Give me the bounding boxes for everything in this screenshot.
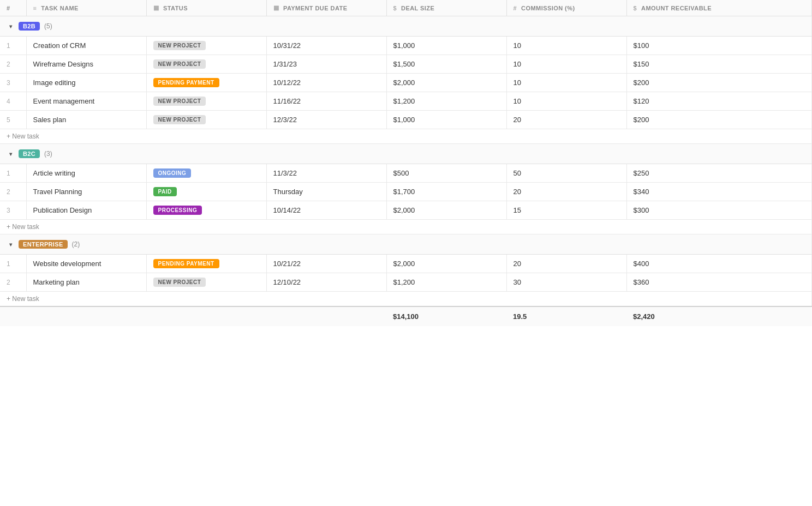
cell-deal: $1,500 — [386, 55, 506, 74]
cell-amount: $120 — [626, 92, 812, 111]
cell-num: 3 — [0, 201, 26, 220]
cell-date: 11/16/22 — [266, 92, 386, 111]
task-label: TASK NAME — [41, 5, 79, 11]
cell-commission: 10 — [506, 55, 626, 74]
cell-status: PAID — [146, 183, 266, 201]
new-task-b2b[interactable]: + New task — [0, 129, 812, 144]
col-header-task: ≡ TASK NAME — [26, 0, 146, 16]
footer-date — [266, 306, 386, 326]
col-header-date: ▦ PAYMENT DUE DATE — [266, 0, 386, 16]
cell-status: PENDING PAYMENT — [146, 255, 266, 273]
table-row: 4 Event management NEW PROJECT 11/16/22 … — [0, 92, 812, 111]
group-header-b2b[interactable]: ▾ B2B (5) — [0, 16, 812, 37]
cell-commission: 15 — [506, 201, 626, 220]
dollar-icon: $ — [393, 5, 397, 11]
cell-deal: $1,200 — [386, 92, 506, 111]
badge-enterprise: ENTERPRISE — [19, 240, 68, 249]
cell-deal: $1,000 — [386, 111, 506, 129]
cell-num: 2 — [0, 55, 26, 74]
cell-date: 10/14/22 — [266, 201, 386, 220]
group-count-enterprise: (2) — [72, 240, 80, 248]
col-header-commission: # COMMISSION (%) — [506, 0, 626, 16]
cell-status: NEW PROJECT — [146, 273, 266, 292]
cell-num: 5 — [0, 111, 26, 129]
cell-date: Thursday — [266, 183, 386, 201]
table-row: 5 Sales plan NEW PROJECT 12/3/22 $1,000 … — [0, 111, 812, 129]
commission-label: COMMISSION (%) — [521, 5, 575, 11]
cell-amount: $340 — [626, 183, 812, 201]
group-header-enterprise[interactable]: ▾ ENTERPRISE (2) — [0, 234, 812, 255]
cell-task-name: Wireframe Designs — [26, 55, 146, 74]
cell-date: 11/3/22 — [266, 164, 386, 183]
cell-deal: $1,000 — [386, 37, 506, 55]
table-row: 1 Creation of CRM NEW PROJECT 10/31/22 $… — [0, 37, 812, 55]
cell-date: 12/10/22 — [266, 273, 386, 292]
table-row: 2 Marketing plan NEW PROJECT 12/10/22 $1… — [0, 273, 812, 292]
cell-status: NEW PROJECT — [146, 55, 266, 74]
status-badge: PAID — [153, 187, 177, 196]
cell-num: 1 — [0, 255, 26, 273]
badge-b2c: B2C — [19, 149, 40, 158]
status-badge: NEW PROJECT — [153, 41, 206, 50]
table-footer: $14,100 19.5 $2,420 — [0, 306, 812, 326]
cell-commission: 20 — [506, 111, 626, 129]
hash-icon: # — [514, 5, 517, 11]
chevron-enterprise[interactable]: ▾ — [7, 240, 14, 248]
group-count-b2b: (5) — [44, 22, 52, 30]
amount-dollar-icon: $ — [634, 5, 637, 11]
task-icon: ≡ — [33, 5, 37, 11]
num-label: # — [7, 5, 10, 11]
cell-amount: $360 — [626, 273, 812, 292]
cell-num: 1 — [0, 164, 26, 183]
footer-commission-avg: 19.5 — [506, 306, 626, 326]
status-badge: PENDING PAYMENT — [153, 259, 219, 268]
col-header-amount: $ AMOUNT RECEIVABLE — [626, 0, 812, 16]
status-icon: ▦ — [153, 4, 159, 11]
amount-label: AMOUNT RECEIVABLE — [641, 5, 712, 11]
chevron-b2c[interactable]: ▾ — [7, 150, 14, 158]
cell-task-name: Creation of CRM — [26, 37, 146, 55]
cell-task-name: Event management — [26, 92, 146, 111]
calendar-icon: ▦ — [273, 4, 279, 11]
cell-amount: $200 — [626, 111, 812, 129]
cell-commission: 50 — [506, 164, 626, 183]
badge-b2b: B2B — [19, 22, 40, 31]
cell-date: 10/21/22 — [266, 255, 386, 273]
cell-commission: 10 — [506, 37, 626, 55]
table-row: 1 Website development PENDING PAYMENT 10… — [0, 255, 812, 273]
cell-task-name: Article writing — [26, 164, 146, 183]
cell-task-name: Marketing plan — [26, 273, 146, 292]
cell-commission: 20 — [506, 183, 626, 201]
cell-task-name: Sales plan — [26, 111, 146, 129]
cell-deal: $2,000 — [386, 74, 506, 92]
table-header: # ≡ TASK NAME ▦ STATUS — [0, 0, 812, 16]
cell-status: PENDING PAYMENT — [146, 74, 266, 92]
footer-status — [146, 306, 266, 326]
cell-date: 10/12/22 — [266, 74, 386, 92]
table-row: 3 Image editing PENDING PAYMENT 10/12/22… — [0, 74, 812, 92]
cell-amount: $100 — [626, 37, 812, 55]
group-header-b2c[interactable]: ▾ B2C (3) — [0, 144, 812, 164]
cell-commission: 20 — [506, 255, 626, 273]
cell-amount: $200 — [626, 74, 812, 92]
cell-num: 2 — [0, 183, 26, 201]
cell-amount: $300 — [626, 201, 812, 220]
cell-date: 10/31/22 — [266, 37, 386, 55]
status-label: STATUS — [163, 5, 188, 11]
table-row: 1 Article writing ONGOING 11/3/22 $500 5… — [0, 164, 812, 183]
new-task-b2c[interactable]: + New task — [0, 220, 812, 234]
footer-num — [0, 306, 26, 326]
cell-commission: 30 — [506, 273, 626, 292]
cell-task-name: Travel Planning — [26, 183, 146, 201]
table-row: 3 Publication Design PROCESSING 10/14/22… — [0, 201, 812, 220]
new-task-enterprise[interactable]: + New task — [0, 292, 812, 307]
cell-num: 4 — [0, 92, 26, 111]
chevron-b2b[interactable]: ▾ — [7, 22, 14, 30]
col-header-num: # — [0, 0, 26, 16]
group-count-b2c: (3) — [44, 150, 52, 158]
cell-commission: 10 — [506, 92, 626, 111]
table-row: 2 Wireframe Designs NEW PROJECT 1/31/23 … — [0, 55, 812, 74]
footer-deal-total: $14,100 — [386, 306, 506, 326]
status-badge: NEW PROJECT — [153, 97, 206, 106]
status-badge: ONGOING — [153, 168, 192, 178]
